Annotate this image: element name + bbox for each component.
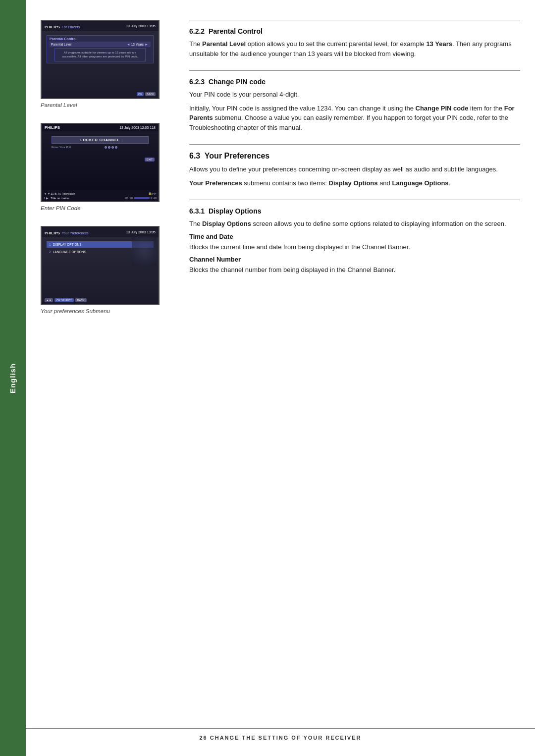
bold-display-options: Display Options: [329, 179, 378, 187]
caption-preferences: Your preferences Submenu: [41, 308, 174, 314]
subheading-time-date: Time and Date: [189, 233, 520, 240]
screen3-item2-label: LANGUAGE OPTIONS: [53, 250, 86, 254]
screen1-ok-btn: OK: [137, 92, 144, 96]
ch2-name: Title no matter: [51, 197, 125, 200]
screen1-info: All programs suitable for viewers up to …: [54, 48, 146, 61]
ch1-time: ⊳⊳: [152, 192, 157, 195]
ch1-num: ◄ ▼: [44, 192, 51, 195]
screen3-back-btn: BACK: [75, 298, 87, 302]
screen3-select-btn: OK SELECT: [54, 298, 74, 302]
screen3-bottom-nav: ▲▼ OK SELECT BACK: [45, 298, 87, 302]
philips-logo-3: PHILIPS: [45, 231, 60, 235]
screen3-item1-num: 1: [49, 243, 51, 246]
screen-parental: PHILIPS For Parents 13 July 2003 13:05 P…: [41, 20, 160, 99]
footer-text: 26 CHANGE THE SETTING OF YOUR RECEIVER: [199, 735, 361, 741]
section-623-body1: Your PIN code is your personal 4-digit.: [189, 90, 520, 100]
pin-dot-2: [108, 146, 110, 149]
subheading-channel-number: Channel Number: [189, 256, 520, 263]
body-time-date: Blocks the current time and date from be…: [189, 242, 520, 252]
section-631-body1: The Display Options screen allows you to…: [189, 219, 520, 229]
ch1-icon: 🔒: [148, 192, 152, 195]
section-title-622: 6.2.2 Parental Control: [189, 27, 520, 35]
bold-language-options: Language Options: [392, 179, 448, 187]
pin-dot-1: [105, 146, 107, 149]
section-63: 6.3 Your Preferences Allows you to defin…: [189, 144, 520, 188]
section-title-63: 6.3 Your Preferences: [189, 152, 520, 161]
section-622-body: The Parental Level option allows you to …: [189, 39, 520, 58]
ch2-time: 01:10: [125, 197, 133, 200]
main-content: PHILIPS For Parents 13 July 2003 13:05 P…: [26, 0, 535, 756]
pin-dot-3: [111, 146, 114, 149]
screen3-item2-num: 2: [49, 250, 51, 254]
screen2-pin-dots: [73, 146, 149, 149]
ch1-name: 11 B. N. Television: [51, 192, 148, 195]
screenshot-preferences: PHILIPS Your Preferences 13 July 2003 13…: [41, 226, 174, 314]
pin-dot-4: [115, 146, 117, 149]
screen1-row-label: Parental Level: [51, 43, 126, 46]
section-631: 6.3.1 Display Options The Display Option…: [189, 200, 520, 275]
section-num-63: 6.3: [189, 152, 200, 160]
screen3-sub: Your Preferences: [62, 231, 89, 235]
ch-row-1: ◄ ▼ 11 B. N. Television 🔒 ⊳⊳: [44, 191, 157, 196]
screen3-nav-arrows: ▲▼: [45, 298, 53, 302]
bold-change-pin: Change PIN code: [416, 105, 469, 112]
screen2-channel-list: ◄ ▼ 11 B. N. Television 🔒 ⊳⊳ 1 ▶ Title n…: [42, 190, 159, 201]
screen2-pin-label: Enter Your P.N.: [52, 146, 72, 149]
screen1-time: 13 July 2003 13:05: [126, 24, 156, 28]
bold-parental-level: Parental Level: [202, 40, 246, 48]
screen-preferences: PHILIPS Your Preferences 13 July 2003 13…: [41, 226, 160, 305]
section-num-622: 6.2.2: [189, 27, 205, 35]
screen1-arrow-left: ◄: [127, 43, 130, 46]
screen1-back-btn: BACK: [145, 92, 156, 96]
bold-13-years: 13 Years: [426, 40, 452, 48]
screen2-exit-btn: EXIT: [145, 158, 155, 162]
screenshot-parental-control: PHILIPS For Parents 13 July 2003 13:05 P…: [41, 20, 174, 108]
sidebar: English: [0, 0, 26, 756]
screen2-top-right: 13 July 2003 12:05 118: [119, 126, 156, 129]
divider-631: [189, 200, 520, 200]
caption-parental: Parental Level: [41, 102, 174, 108]
screenshots-column: PHILIPS For Parents 13 July 2003 13:05 P…: [41, 20, 184, 736]
screen3-decorative: [132, 236, 157, 266]
ch-row-2: 1 ▶ Title no matter 01:10 12:40: [44, 196, 157, 200]
body-channel-number: Blocks the channel number from being dis…: [189, 265, 520, 275]
section-623: 6.2.3 Change PIN code Your PIN code is y…: [189, 70, 520, 132]
divider-622: [189, 20, 520, 20]
section-num-623: 6.2.3: [189, 78, 205, 86]
screen-pin: PHILIPS 13 July 2003 12:05 118 LOCKED CH…: [41, 123, 160, 202]
sidebar-label: English: [9, 363, 17, 393]
section-heading-631: Display Options: [209, 207, 262, 215]
section-heading-63: Your Preferences: [205, 152, 269, 160]
screen3-time: 13 July 2003 13:05: [126, 230, 156, 234]
screen1-menu-title: Parental Control: [50, 37, 151, 41]
section-title-631: 6.3.1 Display Options: [189, 207, 520, 215]
section-63-body1: Allows you to define your preferences co…: [189, 164, 520, 174]
screen2-locked-title: LOCKED CHANNEL: [55, 138, 145, 142]
philips-logo-1: PHILIPS: [45, 25, 60, 29]
bold-display-options-2: Display Options: [202, 220, 251, 227]
section-heading-623: Change PIN code: [209, 78, 266, 86]
bold-your-preferences: Your Preferences: [189, 179, 242, 187]
screenshot-pin: PHILIPS 13 July 2003 12:05 118 LOCKED CH…: [41, 123, 174, 211]
footer: 26 CHANGE THE SETTING OF YOUR RECEIVER: [26, 728, 535, 741]
section-63-body2: Your Preferences submenu contains two it…: [189, 178, 520, 188]
section-heading-622: Parental Control: [209, 27, 263, 35]
philips-logo-2: PHILIPS: [45, 125, 60, 130]
ch2-num: 1 ▶: [44, 196, 51, 200]
divider-623: [189, 70, 520, 71]
section-num-631: 6.3.1: [189, 207, 205, 215]
section-title-623: 6.2.3 Change PIN code: [189, 78, 520, 86]
caption-pin: Enter PIN Code: [41, 205, 174, 211]
screen1-sub: For Parents: [62, 25, 80, 29]
screen1-row-value: 13 Years: [131, 43, 144, 46]
text-column: 6.2.2 Parental Control The Parental Leve…: [184, 20, 520, 736]
ch2-bar: [134, 197, 149, 199]
divider-63: [189, 144, 520, 145]
screen1-arrow-right: ►: [145, 43, 148, 46]
ch2-endtime: 12:40: [149, 197, 157, 200]
section-622: 6.2.2 Parental Control The Parental Leve…: [189, 20, 520, 58]
section-623-body2: Initially, Your PIN code is assigned the…: [189, 104, 520, 133]
screen3-item1-label: DISPLAY OPTIONS: [53, 243, 82, 246]
